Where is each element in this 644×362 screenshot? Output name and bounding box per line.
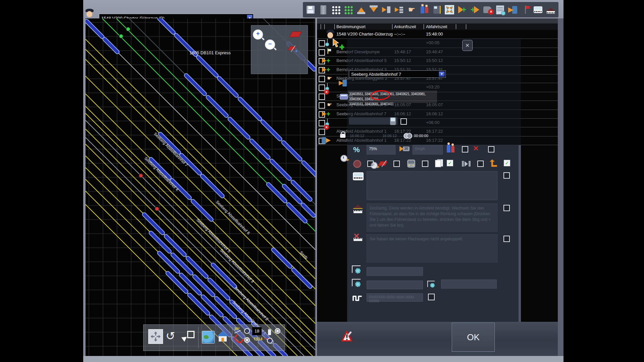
application-window: 1548 V200 Charter-Güterzug (P) ▼ ☛ + + ×…: [0, 0, 644, 362]
row-checkbox[interactable]: [319, 49, 325, 56]
row-checkbox[interactable]: [319, 102, 325, 109]
grid-white-button[interactable]: [330, 4, 341, 15]
globe-button[interactable]: [202, 331, 215, 344]
column-departure[interactable]: Abfahrtszeit: [426, 24, 447, 29]
step-forward-icon: [462, 161, 471, 167]
warning-icon: [341, 330, 354, 344]
hand-pointer-icon: ☛: [327, 75, 332, 81]
column-arrival[interactable]: Ankunftszeit: [394, 24, 416, 29]
option-checkbox[interactable]: [422, 161, 428, 167]
contact-input-2[interactable]: [367, 281, 423, 289]
train-front-icon: [407, 160, 415, 168]
ts14-radio[interactable]: [267, 338, 273, 344]
hint-text-2: Sie haben die leeren Flachwagen nicht an…: [367, 234, 497, 262]
depot-button[interactable]: [545, 4, 556, 15]
rotate-tool-button[interactable]: ↺: [166, 329, 175, 342]
row-checkbox[interactable]: [319, 120, 325, 126]
row-checkbox[interactable]: [319, 94, 325, 100]
option-checkbox-checked[interactable]: ✓: [504, 160, 510, 166]
option-checkbox[interactable]: [488, 146, 494, 153]
station-dropdown[interactable]: Seeberg Abstellbahnhof 7 ▼: [349, 70, 446, 78]
option-checkbox[interactable]: [503, 205, 510, 211]
option-checkbox[interactable]: [503, 172, 510, 179]
lock-icon: [340, 134, 345, 138]
save-button[interactable]: [305, 4, 316, 15]
option-checkbox[interactable]: [503, 236, 510, 242]
arrival-clock-icon[interactable]: [340, 155, 347, 162]
row-checkbox[interactable]: [319, 40, 325, 47]
power-radio[interactable]: [275, 328, 280, 334]
message-textarea[interactable]: [367, 171, 497, 200]
zoom-in-icon[interactable]: +: [253, 29, 263, 40]
speed-input[interactable]: 0mph: [413, 145, 443, 155]
option-checkbox[interactable]: [428, 294, 435, 300]
schedule-settings-icon: [327, 39, 328, 45]
ok-button[interactable]: OK: [452, 323, 495, 352]
station-dropdown-value: Seeberg Abstellbahnhof 7: [351, 72, 401, 77]
option-checkbox-checked[interactable]: ✓: [447, 160, 453, 166]
contact-input-1[interactable]: [367, 267, 423, 276]
export-tray-button[interactable]: [368, 4, 379, 15]
contact-settings-icon: [352, 279, 361, 286]
dialog-scrollbar[interactable]: [519, 145, 521, 322]
option-checkbox[interactable]: [393, 161, 400, 167]
platform-edge-button[interactable]: [533, 4, 543, 15]
magnet-icon: [233, 334, 244, 345]
wagon-numbers: 33403551, 33403691, 33403961, 33403621, …: [349, 92, 437, 107]
depot-icon: [353, 204, 363, 213]
enter-depot-button[interactable]: [507, 4, 518, 15]
fuel-pump-button[interactable]: [432, 4, 442, 15]
express-train-label: 1605 DB101 Express: [190, 50, 231, 55]
zoom-out-icon[interactable]: –: [265, 40, 275, 50]
percent-input[interactable]: 75%: [367, 145, 395, 155]
chevron-down-icon[interactable]: ▼: [439, 71, 445, 77]
import-tray-button[interactable]: [356, 4, 367, 15]
hand-pointer-button[interactable]: ☛: [406, 4, 417, 15]
gradient-icon: 30°: [234, 327, 241, 332]
row-checkbox[interactable]: [319, 76, 325, 82]
option-checkbox[interactable]: [462, 146, 468, 153]
dialog-footer: [317, 322, 564, 356]
schedule-settings-icon: [327, 83, 328, 89]
schedule-settings-button[interactable]: [495, 4, 505, 15]
main-toolbar: ☛ + + ×: [303, 2, 558, 17]
route-add-button[interactable]: +: [470, 4, 480, 15]
contact-input-3[interactable]: [441, 280, 497, 289]
remove-loco-button[interactable]: ×: [482, 4, 493, 15]
gradient-radio[interactable]: [244, 328, 250, 334]
red-circle-annotation: [369, 89, 392, 101]
window-right-edge: [558, 18, 564, 356]
zoom-level-value[interactable]: 18: [252, 327, 262, 335]
insert-list-button[interactable]: [394, 4, 405, 15]
home-button[interactable]: [217, 331, 228, 342]
alarm-clock-icon: [353, 160, 361, 168]
expand-arrows-button[interactable]: [444, 4, 455, 15]
passengers-button[interactable]: [419, 4, 430, 15]
close-icon[interactable]: ×: [462, 40, 473, 51]
row-checkbox[interactable]: [319, 129, 325, 135]
signal-red-icon[interactable]: [289, 32, 302, 37]
grid-green-button[interactable]: [343, 4, 354, 15]
add-route-button[interactable]: +: [457, 4, 468, 15]
signal-small-icon[interactable]: [289, 46, 295, 50]
window-bottom-edge: [83, 356, 564, 362]
guid-input[interactable]: 00000000-0000-0000-0000-00000: [367, 293, 423, 302]
insert-panel-button[interactable]: [381, 4, 392, 15]
magnet-radio[interactable]: [244, 337, 250, 343]
table-row[interactable]: 1548 V200 Charter-Güterzug--:--:--15:48:…: [317, 30, 558, 39]
depot-cancel-icon: ×: [353, 235, 362, 241]
delete-button[interactable]: [318, 4, 329, 15]
flag-button[interactable]: [520, 4, 531, 15]
signal-option-icon: [379, 161, 386, 166]
row-checkbox[interactable]: [319, 84, 325, 91]
column-destination[interactable]: Bestimmungsort: [336, 24, 366, 29]
driver-avatar-icon: [86, 9, 94, 17]
hint-text-1: Großartig. Diese werden in Almsfeld benö…: [367, 203, 497, 232]
pan-tool-button[interactable]: [148, 329, 163, 344]
option-checkbox[interactable]: [400, 118, 407, 125]
passengers-icon[interactable]: [447, 144, 454, 153]
cancel-x-icon[interactable]: ×: [473, 144, 478, 152]
option-checkbox[interactable]: [367, 161, 374, 167]
option-checkbox[interactable]: [477, 161, 484, 167]
percent-icon: %: [353, 145, 360, 154]
